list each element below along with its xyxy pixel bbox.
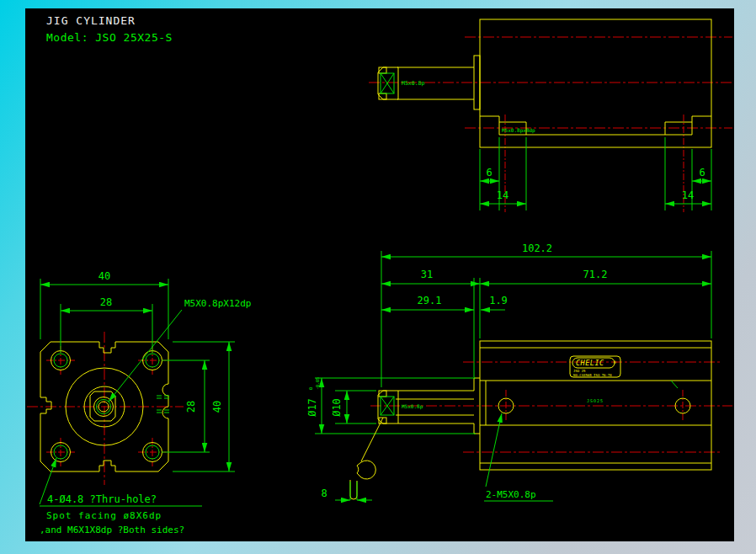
cad-window: JIG CYLINDER Model: JSO 25X25-S M5x0.8p … [0, 0, 756, 554]
ports-label[interactable]: 2-M5X0.8p [486, 489, 536, 500]
dim-overall-length[interactable]: 102.2 [522, 242, 552, 254]
drawing-title[interactable]: JIG CYLINDER [46, 14, 136, 27]
dim-front-length[interactable]: 31 [421, 269, 433, 280]
dim-6-left[interactable]: 6 [486, 167, 492, 178]
center-thread-label[interactable]: M5X0.8pX12dp [184, 298, 251, 309]
dim-rod-length[interactable]: 29.1 [418, 295, 442, 306]
dim-boss-diameter[interactable]: Ø17 [306, 398, 318, 417]
drawing-canvas[interactable]: JIG CYLINDER Model: JSO 25X25-S M5x0.8p … [0, 0, 756, 554]
boss-tolerance-upper: 0 [308, 387, 313, 390]
logo-subline-2: NO.C4456B ISO 76-78 [573, 373, 612, 377]
logo-brand: CHELIC [576, 359, 604, 367]
dim-14-left[interactable]: 14 [497, 189, 508, 201]
dim-width-40[interactable]: 40 [98, 270, 110, 282]
dim-plate-length[interactable]: 1.9 [489, 295, 508, 306]
dim-14-right[interactable]: 14 [682, 189, 694, 201]
note-spot-facing[interactable]: Spot facing ø8X6dp [46, 510, 162, 521]
boss-tolerance-lower: -0.05 [315, 377, 320, 390]
note-both-sides[interactable]: ,and M6X1X8dp ?Both sides? [40, 525, 184, 535]
body-engraving: JSO25 [587, 398, 604, 403]
dim-height-28[interactable]: 28 [185, 401, 197, 413]
note-thru-hole[interactable]: 4-Ø4.8 ?Thru-hole? [47, 493, 157, 505]
dim-rod-diameter[interactable]: Ø10 [331, 398, 343, 417]
dim-6-right[interactable]: 6 [699, 167, 705, 178]
top-rod-thread-label[interactable]: M5x0.8p [402, 403, 423, 410]
side-rod-thread-label[interactable]: M5x0.8p [402, 80, 424, 87]
drawing-model[interactable]: Model: JSO 25X25-S [46, 31, 173, 44]
dim-height-40[interactable]: 40 [211, 401, 223, 413]
model-space-background [25, 8, 734, 541]
dim-width-28[interactable]: 28 [100, 296, 112, 308]
dim-wrench-flats[interactable]: 8 [321, 487, 327, 499]
side-mount-thread-label[interactable]: M5x0.8px8dp [502, 127, 535, 134]
dim-body-length[interactable]: 71.2 [583, 269, 608, 280]
